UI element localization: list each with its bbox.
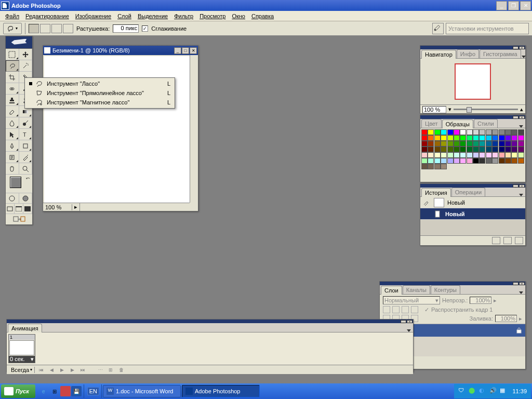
color-swatch[interactable]: [421, 129, 428, 135]
sel-intersect[interactable]: [63, 24, 73, 33]
tab-info[interactable]: Инфо: [457, 49, 479, 58]
color-swatch[interactable]: [486, 147, 492, 152]
color-swatch[interactable]: [441, 141, 447, 147]
color-swatch[interactable]: [505, 158, 511, 164]
tool-path-select[interactable]: [6, 129, 19, 140]
color-swatch[interactable]: [421, 147, 428, 152]
panel-menu-icon[interactable]: [407, 329, 411, 332]
color-swatch[interactable]: [499, 129, 505, 135]
color-swatch[interactable]: [511, 152, 517, 158]
tool-eraser[interactable]: [6, 106, 19, 117]
color-swatch[interactable]: [454, 158, 460, 164]
lock-position-icon[interactable]: [402, 306, 409, 313]
color-swatch[interactable]: [486, 135, 492, 141]
menu-window[interactable]: Окно: [229, 12, 248, 20]
color-swatch[interactable]: [473, 141, 479, 147]
language-indicator[interactable]: EN: [87, 387, 99, 395]
antialias-checkbox[interactable]: ✓: [142, 25, 148, 32]
tool-marquee[interactable]: [6, 49, 19, 60]
color-swatch[interactable]: [441, 164, 447, 169]
tab-histogram[interactable]: Гистограмма: [480, 49, 521, 58]
color-swatch[interactable]: [479, 152, 485, 158]
color-swatch[interactable]: [511, 147, 517, 152]
color-swatch[interactable]: [441, 158, 447, 164]
color-swatch[interactable]: [454, 152, 460, 158]
tool-type[interactable]: T: [19, 129, 33, 140]
color-swatch[interactable]: [428, 141, 434, 147]
color-swatch[interactable]: [441, 135, 447, 141]
doc-info-menu-icon[interactable]: ▸: [72, 204, 79, 210]
color-swatch[interactable]: [518, 158, 524, 164]
tool-eyedropper[interactable]: [19, 152, 33, 163]
tool-dodge[interactable]: [19, 117, 33, 129]
tool-shape[interactable]: [19, 140, 33, 152]
color-swatch[interactable]: [499, 141, 505, 147]
tray-icon[interactable]: ◐: [479, 387, 487, 395]
feather-input[interactable]: 0 пикс: [113, 24, 139, 33]
color-swatch[interactable]: [518, 135, 524, 141]
color-swatch[interactable]: [467, 129, 473, 135]
navigator-zoom-field[interactable]: 100 %: [422, 106, 446, 113]
color-swatch[interactable]: [460, 135, 466, 141]
history-state[interactable]: Новый: [420, 208, 525, 220]
delete-state-icon[interactable]: [515, 237, 523, 244]
color-swatch[interactable]: [467, 152, 473, 158]
color-swatch[interactable]: [505, 135, 511, 141]
color-swatch[interactable]: [511, 158, 517, 164]
panel-menu-icon[interactable]: [519, 291, 523, 294]
color-swatch[interactable]: [505, 129, 511, 135]
new-doc-from-state-icon[interactable]: [492, 237, 500, 244]
color-swatch[interactable]: [492, 158, 498, 164]
history-snapshot[interactable]: Новый: [420, 197, 525, 208]
tab-animation[interactable]: Анимация: [8, 324, 42, 332]
color-swatch[interactable]: [467, 135, 473, 141]
zoom-out-icon[interactable]: ▾: [448, 106, 451, 113]
doc-minimize-button[interactable]: _: [174, 47, 181, 54]
tool-pen[interactable]: [6, 140, 19, 152]
tool-heal[interactable]: [6, 83, 19, 95]
color-swatch[interactable]: [486, 129, 492, 135]
delete-frame-icon[interactable]: 🗑: [117, 366, 125, 374]
color-swatch[interactable]: [518, 141, 524, 147]
animation-frame[interactable]: 1 0 сек.▾: [8, 334, 35, 363]
color-swatch[interactable]: [499, 135, 505, 141]
restore-button[interactable]: ❐: [508, 1, 519, 10]
color-swatch[interactable]: [492, 141, 498, 147]
color-swatch[interactable]: [447, 147, 454, 152]
color-swatch[interactable]: [454, 135, 460, 141]
color-swatch[interactable]: [421, 158, 428, 164]
color-swatch[interactable]: [499, 158, 505, 164]
new-frame-icon[interactable]: ⊞: [107, 366, 115, 374]
color-swatch[interactable]: [492, 129, 498, 135]
panel-menu-icon[interactable]: [522, 56, 526, 58]
color-swatch[interactable]: [473, 135, 479, 141]
tab-actions[interactable]: Операции: [451, 188, 485, 196]
color-swatch[interactable]: [454, 141, 460, 147]
color-swatch[interactable]: [492, 152, 498, 158]
doc-close-button[interactable]: ✕: [190, 47, 197, 54]
doc-maximize-button[interactable]: □: [182, 47, 189, 54]
screen-full-icon[interactable]: [23, 204, 32, 214]
menu-edit[interactable]: Редактирование: [22, 12, 72, 20]
propagate-checkbox[interactable]: ✓: [424, 307, 429, 313]
color-swatch[interactable]: [479, 129, 485, 135]
color-swatch[interactable]: [518, 152, 524, 158]
blend-mode-select[interactable]: Нормальный▾: [383, 296, 440, 304]
flyout-magnetic-lasso[interactable]: Инструмент "Магнитное лассо" L: [25, 98, 175, 107]
color-swatch[interactable]: [447, 152, 454, 158]
panel-menu-icon[interactable]: [519, 125, 523, 128]
panel-minimize-button[interactable]: _: [513, 184, 518, 188]
color-swatch[interactable]: [447, 135, 454, 141]
menu-file[interactable]: Файл: [2, 12, 22, 20]
color-swatch[interactable]: [467, 141, 473, 147]
color-swatch[interactable]: [518, 129, 524, 135]
color-swatch[interactable]: [421, 135, 428, 141]
screen-standard-icon[interactable]: [6, 204, 15, 214]
next-frame-icon[interactable]: ▶: [68, 366, 76, 374]
color-swatch[interactable]: [441, 152, 447, 158]
zoom-in-icon[interactable]: ▴: [520, 106, 523, 113]
ql-app-icon[interactable]: [60, 386, 71, 396]
standard-mode-icon[interactable]: [6, 193, 19, 203]
color-swatch[interactable]: [447, 158, 454, 164]
menu-filter[interactable]: Фильтр: [171, 12, 196, 20]
